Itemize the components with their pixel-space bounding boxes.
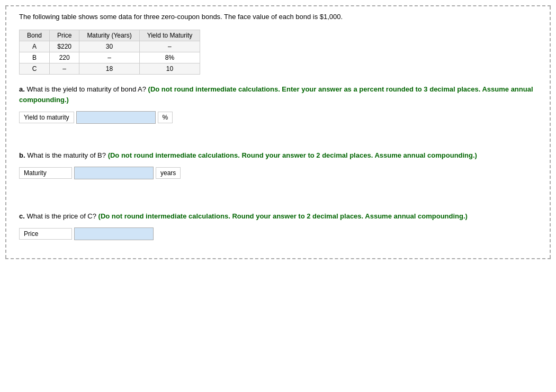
yield-to-maturity-input[interactable] (76, 111, 156, 124)
question-c-text: c. What is the price of C? (Do not round… (19, 211, 537, 222)
question-c-label: c. (19, 212, 25, 220)
question-c-section: c. What is the price of C? (Do not round… (19, 211, 537, 240)
table-row: A $220 30 – (20, 41, 200, 52)
cell-price-c: – (50, 63, 79, 74)
col-header-price: Price (50, 30, 79, 41)
years-unit: years (156, 167, 181, 179)
question-a-text: a. What is the yield to maturity of bond… (19, 84, 537, 106)
cell-bond-c: C (20, 63, 50, 74)
question-c-normal: What is the price of C? (26, 212, 96, 220)
table-row: C – 18 10 (20, 63, 200, 74)
col-header-bond: Bond (20, 30, 50, 41)
cell-bond-b: B (20, 52, 50, 63)
price-label: Price (19, 228, 72, 240)
yield-to-maturity-label: Yield to maturity (19, 112, 74, 123)
question-a-answer-row: Yield to maturity % (19, 111, 537, 124)
cell-price-a: $220 (50, 41, 79, 52)
cell-maturity-b: – (79, 52, 139, 63)
col-header-maturity: Maturity (Years) (79, 30, 139, 41)
question-b-bold: (Do not round intermediate calculations.… (108, 151, 477, 159)
cell-maturity-a: 30 (79, 41, 139, 52)
table-row: B 220 – 8% (20, 52, 200, 63)
cell-yield-c: 10 (139, 63, 200, 74)
cell-yield-b: 8% (139, 52, 200, 63)
cell-price-b: 220 (50, 52, 79, 63)
cell-maturity-c: 18 (79, 63, 139, 74)
maturity-input[interactable] (74, 167, 154, 179)
question-a-section: a. What is the yield to maturity of bond… (19, 84, 537, 124)
percent-unit: % (158, 112, 173, 123)
question-a-normal: What is the yield to maturity of bond A? (26, 85, 146, 93)
question-b-normal: What is the maturity of B? (27, 151, 106, 159)
cell-yield-a: – (139, 41, 200, 52)
question-c-answer-row: Price (19, 227, 537, 240)
question-b-label: b. (19, 151, 25, 159)
price-input[interactable] (74, 227, 154, 240)
question-c-bold: (Do not round intermediate calculations.… (98, 212, 468, 220)
question-b-answer-row: Maturity years (19, 167, 537, 179)
question-a-label: a. (19, 85, 25, 93)
col-header-yield: Yield to Maturity (139, 30, 200, 41)
question-b-section: b. What is the maturity of B? (Do not ro… (19, 150, 537, 179)
maturity-label: Maturity (19, 167, 72, 179)
question-b-text: b. What is the maturity of B? (Do not ro… (19, 150, 537, 161)
intro-text: The following table shows some data for … (19, 12, 537, 22)
cell-bond-a: A (20, 41, 50, 52)
bond-table: Bond Price Maturity (Years) Yield to Mat… (19, 30, 200, 75)
